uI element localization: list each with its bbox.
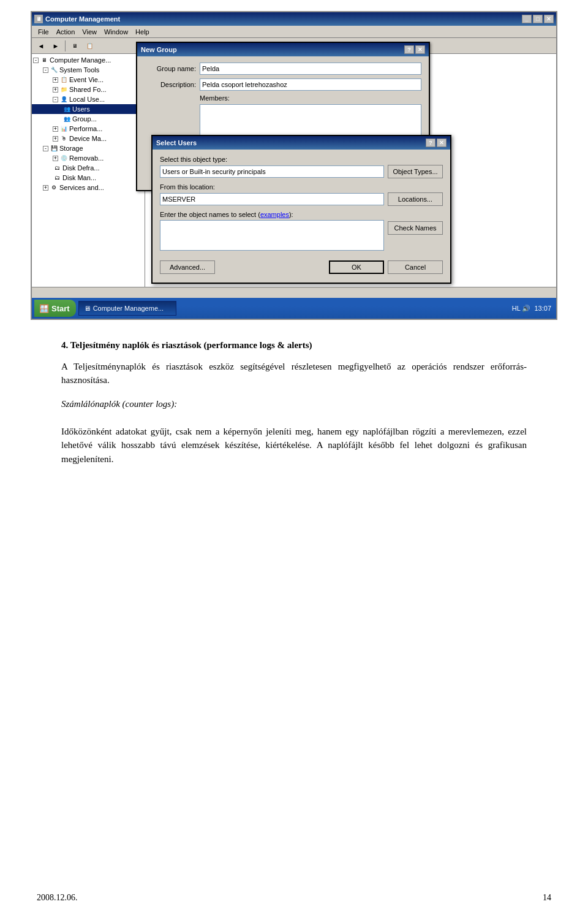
cm-statusbar (32, 287, 556, 298)
new-group-titlebar-buttons: ? ✕ (404, 45, 425, 54)
ok-button[interactable]: OK (329, 260, 384, 274)
sidebar-label: Group... (72, 115, 97, 123)
check-names-button[interactable]: Check Names (388, 221, 443, 235)
sidebar-label: Users (72, 105, 90, 113)
object-types-button[interactable]: Object Types... (388, 165, 443, 178)
description-input[interactable] (200, 78, 421, 91)
su-help-btn[interactable]: ? (426, 139, 435, 147)
taskbar-systray: HL 🔊 13:07 (512, 305, 554, 313)
examples-link[interactable]: examples (260, 211, 289, 218)
sidebar-item-removable[interactable]: + 💿 Removab... (32, 153, 145, 163)
new-group-help-btn[interactable]: ? (404, 45, 414, 54)
cm-app-icon: 🖥 (34, 15, 43, 23)
object-type-label: Select this object type: (160, 156, 443, 163)
doc-heading: 4. Teljesítmény naplók és riasztások (pe… (61, 338, 527, 352)
task-label: Computer Manageme... (93, 305, 164, 312)
select-users-dialog: Select Users ? ✕ Select this object type… (151, 135, 451, 284)
task-icon: 🖥 (84, 305, 91, 312)
disk-management-icon: 🗂 (53, 173, 61, 182)
sidebar-label: Disk Man... (62, 174, 96, 181)
sidebar-label: Services and... (59, 184, 104, 191)
services-icon: ⚙ (50, 183, 58, 192)
toolbar-tree[interactable]: 📋 (83, 40, 96, 52)
toolbar-forward[interactable]: ► (49, 40, 62, 52)
description-field: Description: (145, 78, 421, 91)
sidebar-item-groups[interactable]: 👥 Group... (32, 114, 145, 124)
toolbar-back[interactable]: ◄ (34, 40, 48, 52)
object-type-input[interactable] (160, 165, 384, 178)
sidebar-item-disk-management[interactable]: 🗂 Disk Man... (32, 173, 145, 183)
tree-toggle[interactable]: + (53, 136, 58, 142)
sidebar-item-system-tools[interactable]: - 🔧 System Tools (32, 65, 145, 75)
system-tools-icon: 🔧 (50, 66, 58, 74)
sidebar-item-event-viewer[interactable]: + 📋 Event Vie... (32, 75, 145, 85)
object-names-row: Check Names (160, 220, 443, 254)
group-name-field: Group name: (145, 63, 421, 75)
location-row: Locations... (160, 192, 443, 206)
sidebar-item-disk-defrag[interactable]: 🗂 Disk Defra... (32, 163, 145, 173)
sidebar-label: Removab... (69, 154, 104, 162)
doc-para2-body: Időközönként adatokat gyűjt, csak nem a … (61, 427, 527, 464)
sidebar-label: System Tools (59, 66, 99, 74)
menu-file[interactable]: File (34, 28, 53, 36)
cm-minimize-btn[interactable]: _ (522, 15, 532, 23)
cm-title: Computer Management (45, 15, 120, 23)
cm-sidebar: - 🖥 Computer Manage... - 🔧 System Tools … (32, 54, 145, 287)
taskbar-clock: 13:07 (534, 305, 551, 312)
tree-toggle[interactable]: + (43, 185, 48, 191)
menu-window[interactable]: Window (100, 28, 132, 36)
doc-para2-heading: Számlálónaplók (counter logs): (61, 399, 177, 409)
su-footer: Advanced... OK Cancel (160, 258, 443, 276)
cm-icon: 🖥 (40, 56, 48, 64)
cm-titlebar-buttons: _ □ ✕ (522, 15, 554, 23)
tree-toggle[interactable]: - (33, 58, 39, 63)
new-group-close-btn[interactable]: ✕ (415, 45, 425, 54)
tree-toggle[interactable]: + (53, 87, 58, 93)
su-titlebar-buttons: ? ✕ (426, 139, 447, 147)
menu-help[interactable]: Help (132, 28, 153, 36)
cm-maximize-btn[interactable]: □ (533, 15, 543, 23)
groups-icon: 👥 (62, 115, 71, 123)
sidebar-item-services[interactable]: + ⚙ Services and... (32, 183, 145, 192)
locations-button[interactable]: Locations... (388, 192, 443, 206)
performance-icon: 📊 (59, 124, 68, 133)
tree-toggle[interactable]: - (43, 146, 48, 151)
taskbar-task-cm[interactable]: 🖥 Computer Manageme... (78, 301, 176, 316)
sidebar-label: Disk Defra... (62, 164, 100, 172)
group-name-input[interactable] (200, 63, 421, 75)
object-names-textarea[interactable] (160, 220, 384, 251)
tree-toggle[interactable]: - (53, 97, 58, 102)
cm-menubar: File Action View Window Help (32, 26, 556, 38)
toolbar-up[interactable]: 🖥 (68, 40, 81, 52)
location-input[interactable] (160, 193, 384, 205)
menu-action[interactable]: Action (53, 28, 79, 36)
object-type-row: Object Types... (160, 165, 443, 178)
taskbar-start-button[interactable]: 🪟 Start (34, 300, 76, 317)
su-footer-right: OK Cancel (329, 260, 443, 274)
tree-toggle[interactable]: + (53, 126, 58, 132)
sidebar-item-device-manager[interactable]: + 🖱 Device Ma... (32, 134, 145, 143)
device-manager-icon: 🖱 (59, 134, 68, 143)
sidebar-item-performance[interactable]: + 📊 Performa... (32, 124, 145, 134)
shared-folders-icon: 📁 (59, 85, 68, 94)
tree-toggle[interactable]: + (53, 156, 58, 161)
advanced-button[interactable]: Advanced... (160, 260, 215, 274)
sidebar-item-storage[interactable]: - 💾 Storage (32, 143, 145, 153)
sidebar-item-computer-management[interactable]: - 🖥 Computer Manage... (32, 55, 145, 65)
sidebar-item-users[interactable]: 👥 Users (32, 104, 145, 114)
sidebar-item-shared-folders[interactable]: + 📁 Shared Fo... (32, 85, 145, 94)
group-name-label: Group name: (145, 65, 200, 72)
screenshot-area: 🖥 Computer Management _ □ ✕ File Action … (31, 11, 557, 320)
sidebar-item-local-users[interactable]: - 👤 Local Use... (32, 94, 145, 104)
menu-view[interactable]: View (78, 28, 100, 36)
users-icon: 👥 (62, 105, 71, 113)
su-close-btn[interactable]: ✕ (437, 139, 447, 147)
taskbar: 🪟 Start 🖥 Computer Manageme... HL 🔊 13:0… (32, 298, 556, 319)
tree-toggle[interactable]: + (53, 77, 58, 83)
tree-toggle[interactable]: - (43, 67, 48, 73)
new-group-title: New Group (141, 46, 177, 53)
location-label: From this location: (160, 183, 443, 191)
cm-close-btn[interactable]: ✕ (544, 15, 554, 23)
su-title: Select Users (156, 139, 197, 146)
cancel-button[interactable]: Cancel (388, 260, 443, 274)
